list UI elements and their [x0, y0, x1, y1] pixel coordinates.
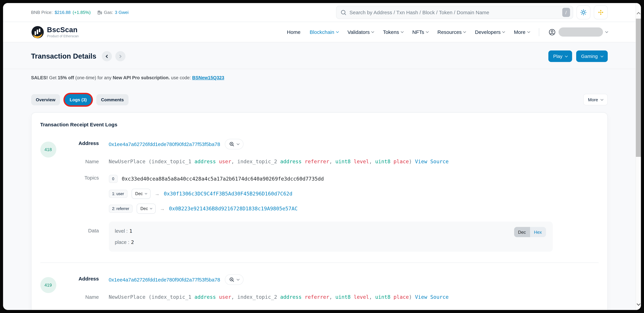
dec-toggle-button[interactable]: Dec — [514, 227, 530, 237]
gaming-button[interactable]: Gaming — [576, 50, 608, 62]
tab-logs[interactable]: Logs (3) — [65, 94, 92, 105]
screenshot-stage: BNB Price: $216.88 (+1.85%) Gas: 3 Gwei — [0, 0, 644, 313]
event-signature: NewUserPlace (index_topic_1 address user… — [109, 293, 598, 302]
scroll-down-arrow-icon[interactable] — [637, 302, 640, 306]
chevron-down-icon — [145, 192, 147, 194]
nav-divider — [539, 28, 539, 36]
topic-hash: 0xc33ed40cea88a5a8a40cc428a4c5a17a2b6174… — [122, 176, 324, 182]
address-zoom-dropdown[interactable] — [225, 139, 244, 149]
chevron-down-icon — [336, 30, 339, 33]
hex-toggle-button[interactable]: Hex — [530, 227, 546, 237]
promo-code-link[interactable]: BSNew15Q323 — [192, 75, 224, 80]
nav-item-developers[interactable]: Developers — [475, 29, 505, 35]
nav-item-more[interactable]: More — [514, 29, 530, 35]
arrow-right-icon: → — [160, 206, 165, 212]
username-redacted — [558, 27, 603, 36]
main-navbar: BscScan Product of Etherscan Home Blockc… — [3, 22, 636, 42]
main-area: Transaction Details Play Gaming SALES! G… — [3, 42, 636, 310]
chevron-down-icon — [237, 142, 240, 145]
contract-address-link[interactable]: 0x1ee4a7a62726fdd1ede780f90fd2a77f53f5ba… — [109, 141, 220, 147]
chevron-down-icon — [527, 30, 530, 33]
gas-pump-icon — [97, 10, 102, 15]
dec-hex-toggle: Dec Hex — [514, 227, 546, 237]
tabs-row: Overview Logs (3) Comments More — [31, 94, 608, 105]
brand-logo[interactable]: BscScan Product of Etherscan — [31, 25, 79, 38]
topic-format-select[interactable]: Dec — [132, 189, 150, 199]
scrollbar-thumb[interactable] — [636, 19, 641, 157]
brand-name: BscScan — [47, 26, 79, 33]
search-input[interactable] — [350, 9, 559, 15]
view-source-link[interactable]: View Source — [415, 159, 449, 165]
bnb-price-link[interactable]: $216.88 — [54, 10, 70, 15]
bnb-price-change: (+1.85%) — [72, 10, 90, 15]
previous-transaction-button[interactable] — [102, 51, 112, 61]
card-title: Transaction Receipt Event Logs — [40, 122, 598, 127]
nav-menu: Home Blockchain Validators Tokens NFTs R… — [287, 27, 608, 36]
search-icon — [340, 9, 346, 15]
zoom-in-icon — [229, 277, 234, 282]
chevron-down-icon — [463, 30, 466, 33]
address-row: Address 0x1ee4a7a62726fdd1ede780f90fd2a7… — [67, 275, 598, 285]
tabs-more-button[interactable]: More — [583, 94, 608, 105]
bnb-diamond-icon — [597, 9, 604, 15]
data-label: Data — [67, 222, 99, 234]
event-log-418: 418 Address 0x1ee4a7a62726fdd1ede780f90f… — [40, 139, 598, 252]
log-index-badge: 419 — [40, 277, 56, 293]
promo-banner: SALES! Get 15% off (one-time) for any Ne… — [31, 75, 608, 80]
nav-item-resources[interactable]: Resources — [437, 29, 466, 35]
zoom-in-icon — [229, 142, 234, 147]
topic-1: 1: user Dec → 0x30f1306c3DC9C4fF3B5Ad30F… — [109, 189, 598, 199]
chevron-down-icon — [565, 54, 568, 57]
chevron-down-icon — [371, 30, 374, 33]
topic-index-badge: 1: user — [109, 190, 127, 198]
sun-icon — [580, 9, 586, 15]
search-bar: / — [336, 6, 573, 19]
log-divider — [40, 263, 598, 263]
name-label: Name — [67, 157, 99, 164]
top-utility-bar: BNB Price: $216.88 (+1.85%) Gas: 3 Gwei — [3, 3, 636, 22]
theme-toggle-button[interactable] — [576, 5, 590, 19]
nav-item-tokens[interactable]: Tokens — [383, 29, 403, 35]
chevron-down-icon — [401, 30, 404, 33]
topics-label: Topics — [67, 174, 99, 181]
topics-label: Topics — [67, 309, 99, 310]
data-row: Data level :1 place :2 Dec Hex — [67, 222, 598, 252]
nav-item-home[interactable]: Home — [287, 29, 300, 35]
name-label: Name — [67, 293, 99, 300]
address-zoom-dropdown[interactable] — [225, 275, 244, 285]
view-source-link[interactable]: View Source — [415, 294, 449, 300]
contract-address-link[interactable]: 0x1ee4a7a62726fdd1ede780f90fd2a77f53f5ba… — [109, 277, 220, 283]
promo-sales: SALES! — [31, 75, 48, 80]
nav-item-nfts[interactable]: NFTs — [412, 29, 428, 35]
name-row: Name NewUserPlace (index_topic_1 address… — [67, 293, 598, 302]
gas-value-link[interactable]: 3 Gwei — [115, 10, 128, 15]
chevron-down-icon — [600, 98, 603, 101]
topic-format-select[interactable]: Dec — [137, 204, 156, 214]
data-line-level: level :1 — [115, 229, 546, 234]
user-account-menu[interactable] — [548, 27, 608, 36]
page-content: BNB Price: $216.88 (+1.85%) Gas: 3 Gwei — [3, 3, 636, 310]
next-transaction-button[interactable] — [115, 51, 126, 61]
chevron-down-icon — [150, 207, 152, 209]
promo-discount: 15% off — [58, 75, 74, 80]
bnb-network-button[interactable] — [594, 5, 608, 19]
topic-2: 2: referrer Dec → 0x0B223e921436B8d92167… — [109, 203, 598, 214]
event-signature: NewUserPlace (index_topic_1 address user… — [109, 157, 598, 166]
network-stats: BNB Price: $216.88 (+1.85%) Gas: 3 Gwei — [31, 10, 128, 15]
nav-item-validators[interactable]: Validators — [348, 29, 374, 35]
topic-address-link[interactable]: 0x30f1306c3DC9C4fF3B5Ad30F45B296D160d7C6… — [164, 191, 292, 197]
brand-subtitle: Product of Etherscan — [47, 34, 79, 38]
chevron-down-icon — [600, 54, 603, 57]
play-button[interactable]: Play — [548, 50, 572, 62]
event-log-419: 419 Address 0x1ee4a7a62726fdd1ede780f90f… — [40, 275, 598, 310]
scroll-up-arrow-icon[interactable] — [637, 12, 640, 16]
tab-overview[interactable]: Overview — [31, 94, 60, 105]
page-title: Transaction Details — [31, 52, 96, 60]
vertical-scrollbar[interactable] — [636, 3, 641, 310]
arrow-right-icon: → — [155, 191, 160, 197]
event-logs-card: Transaction Receipt Event Logs 418 Addre… — [31, 112, 608, 310]
nav-item-blockchain[interactable]: Blockchain — [310, 29, 338, 35]
tab-comments[interactable]: Comments — [96, 94, 128, 105]
topic-address-link[interactable]: 0x0B223e921436B8d9216728D1838c19A9805e57… — [169, 206, 298, 212]
topics-row: Topics 0 0xc33ed40cea88a5a8a40cc428a4c5a… — [67, 309, 598, 310]
